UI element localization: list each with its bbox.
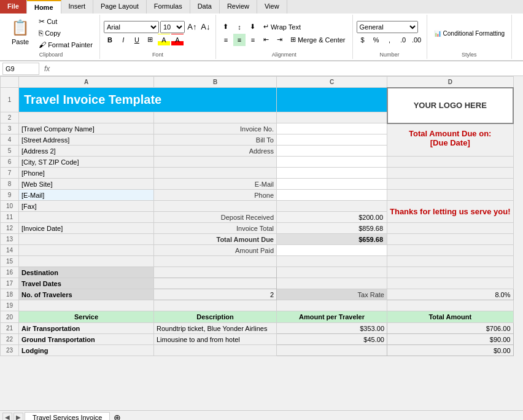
cut-label: Cut bbox=[47, 18, 57, 25]
cut-icon: ✂ bbox=[39, 17, 45, 26]
row16-d bbox=[387, 267, 514, 278]
formula-bar: fx bbox=[0, 61, 523, 76]
paste-button[interactable]: 📋 Paste bbox=[6, 16, 34, 50]
decrease-decimal-button[interactable]: .0 bbox=[397, 34, 409, 46]
tab-insert[interactable]: Insert bbox=[61, 0, 94, 14]
row-15-header: 15 bbox=[1, 256, 19, 267]
font-group-label: Font bbox=[152, 50, 163, 58]
align-right-button[interactable]: ≡ bbox=[247, 34, 259, 46]
table-row: 13 Total Amount Due $659.68 bbox=[1, 234, 514, 245]
font-size-select[interactable]: 10 bbox=[160, 21, 185, 33]
table-row: 1 Travel Invoice Template YOUR LOGO HERE bbox=[1, 88, 514, 112]
wrap-text-button[interactable]: ↵ Wrap Text bbox=[260, 21, 304, 32]
number-format-select[interactable]: General bbox=[357, 21, 418, 33]
invoice-no-label-cell: Invoice No. bbox=[154, 123, 277, 134]
total-amount-header: Total Amount bbox=[387, 311, 514, 323]
font-family-select[interactable]: Arial bbox=[104, 21, 159, 33]
row6-c[interactable] bbox=[277, 157, 387, 168]
destination-value[interactable] bbox=[154, 267, 277, 278]
font-color-button[interactable]: A bbox=[171, 34, 184, 46]
tab-view[interactable]: View bbox=[257, 0, 287, 14]
sheet-add-icon[interactable]: ⊕ bbox=[114, 413, 121, 421]
tab-file[interactable]: File bbox=[0, 0, 27, 14]
percent-button[interactable]: % bbox=[370, 34, 382, 46]
row15-d bbox=[387, 256, 514, 267]
tab-formulas[interactable]: Formulas bbox=[147, 0, 190, 14]
align-middle-button[interactable]: ↕ bbox=[233, 21, 246, 33]
paste-label: Paste bbox=[12, 38, 29, 45]
email-value[interactable] bbox=[277, 179, 387, 190]
decrease-indent-button[interactable]: ⇤ bbox=[260, 34, 273, 46]
format-painter-button[interactable]: 🖌 Format Painter bbox=[36, 39, 96, 50]
cut-button[interactable]: ✂ Cut bbox=[36, 16, 96, 27]
col-header-c[interactable]: C bbox=[277, 77, 387, 88]
email-cell: [E-Mail] bbox=[19, 190, 154, 201]
invoice-title: Travel Invoice Template bbox=[24, 93, 161, 106]
italic-button[interactable]: I bbox=[117, 34, 130, 46]
phone-text: [Phone] bbox=[21, 169, 45, 177]
total-amount-header-text: Total Amount bbox=[428, 313, 471, 321]
conditional-formatting-label: Conditional Formatting bbox=[443, 30, 505, 37]
bill-to-value[interactable] bbox=[277, 134, 387, 146]
address-value[interactable] bbox=[277, 146, 387, 157]
underline-button[interactable]: U bbox=[131, 34, 143, 46]
travel-dates-value[interactable] bbox=[154, 278, 277, 289]
row17-d bbox=[387, 278, 514, 289]
tab-review[interactable]: Review bbox=[220, 0, 257, 14]
tab-data[interactable]: Data bbox=[190, 0, 220, 14]
invoice-date-text: [Invoice Date] bbox=[21, 225, 63, 232]
tab-page-layout[interactable]: Page Layout bbox=[93, 0, 147, 14]
spreadsheet: A B C D 1 Travel Invoice Template YOUR L… bbox=[0, 76, 514, 356]
format-painter-label: Format Painter bbox=[48, 41, 93, 49]
description-2-text: Limousine to and from hotel bbox=[157, 336, 240, 343]
row7-c[interactable] bbox=[277, 168, 387, 179]
invoice-no-value[interactable] bbox=[277, 123, 387, 134]
sheet-tab-label: Travel Services Invoice bbox=[33, 414, 102, 420]
fax-cell: [Fax] bbox=[19, 201, 154, 212]
row17-c bbox=[277, 278, 387, 289]
cell-reference-input[interactable] bbox=[2, 63, 39, 75]
company-name-cell: [Travel Company Name] bbox=[19, 123, 154, 134]
col-header-b[interactable]: B bbox=[154, 77, 277, 88]
copy-button[interactable]: ⎘ Copy bbox=[36, 28, 96, 39]
comma-button[interactable]: , bbox=[384, 34, 396, 46]
row19-c bbox=[277, 300, 387, 311]
copy-icon: ⎘ bbox=[39, 29, 43, 37]
sheet-next-button[interactable]: ▶ bbox=[14, 413, 23, 421]
align-left-button[interactable]: ≡ bbox=[220, 34, 232, 46]
total-amount-due-cell: $659.68 bbox=[277, 234, 387, 245]
city-text: [City, ST ZIP Code] bbox=[21, 158, 79, 166]
increase-indent-button[interactable]: ⇥ bbox=[274, 34, 286, 46]
total-due-on-text: Total Amount Due on: bbox=[390, 129, 511, 138]
conditional-formatting-button[interactable]: 📊 Conditional Formatting bbox=[431, 29, 508, 38]
align-center-button[interactable]: ≡ bbox=[233, 34, 246, 46]
email-text: [E-Mail] bbox=[21, 192, 44, 199]
no-travelers-value: 2 bbox=[154, 289, 277, 300]
col-header-d[interactable]: D bbox=[387, 77, 514, 88]
currency-button[interactable]: $ bbox=[357, 34, 369, 46]
bold-button[interactable]: B bbox=[104, 34, 116, 46]
row-8-header: 8 bbox=[1, 179, 19, 190]
increase-decimal-button[interactable]: .00 bbox=[411, 34, 423, 46]
tax-rate-value: 8.0% bbox=[387, 289, 514, 300]
total-1-text: $706.00 bbox=[486, 325, 511, 332]
email-label-cell: E-Mail bbox=[154, 179, 277, 190]
service-3-cell: Lodging bbox=[19, 345, 154, 356]
fill-color-button[interactable]: A bbox=[158, 34, 170, 46]
align-bottom-button[interactable]: ⬇ bbox=[247, 21, 259, 33]
amount-paid-value[interactable] bbox=[277, 245, 387, 256]
col-header-a[interactable]: A bbox=[19, 77, 154, 88]
row-3-header: 3 bbox=[1, 123, 19, 134]
merge-center-button[interactable]: ⊞ Merge & Center bbox=[287, 34, 349, 45]
decrease-font-button[interactable]: A↓ bbox=[200, 21, 212, 33]
no-travelers-label: No. of Travelers bbox=[21, 291, 72, 298]
align-top-button[interactable]: ⬆ bbox=[220, 21, 232, 33]
increase-font-button[interactable]: A↑ bbox=[186, 21, 198, 33]
border-button[interactable]: ⊞ bbox=[144, 34, 157, 46]
sheet-prev-button[interactable]: ◀ bbox=[2, 413, 12, 421]
formula-input[interactable] bbox=[55, 65, 521, 72]
sheet-tab[interactable]: Travel Services Invoice bbox=[25, 412, 110, 420]
service-2-text: Ground Transportation bbox=[21, 336, 95, 343]
phone-value[interactable] bbox=[277, 190, 387, 201]
tab-home[interactable]: Home bbox=[27, 0, 61, 14]
